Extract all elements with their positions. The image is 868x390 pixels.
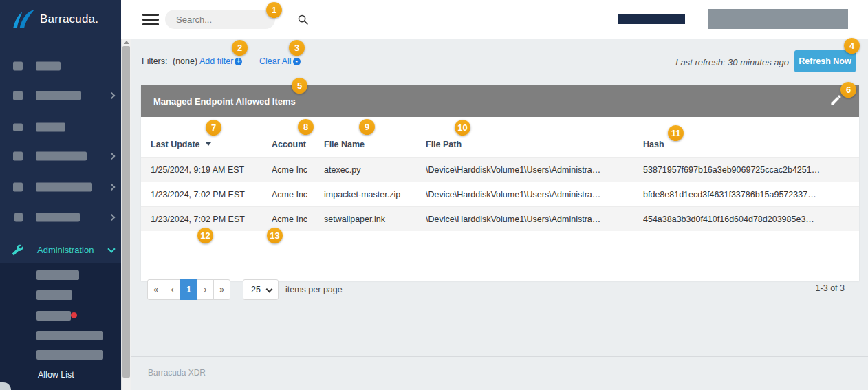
add-filter-label: Add filter [199,56,233,66]
clear-all-label: Clear All [259,56,292,66]
annotation-badge-1: 1 [266,2,282,18]
main-content: Filters: (none) Add filter + Clear All -… [131,39,868,390]
footer-divider [131,356,868,357]
clear-all-link[interactable]: Clear All - [259,56,301,66]
redacted-label [36,213,80,222]
cell-hash: 454a38a3b3d0f410f16d604d78d203985e3… [643,215,859,224]
chevron-right-icon [109,184,116,191]
cell-last-update: 1/23/2024, 7:02 PM EST [151,190,272,199]
redacted-account-menu[interactable] [708,9,848,29]
pagination-prev-button[interactable]: ‹ [164,279,181,300]
sidebar-item-redacted-1[interactable] [0,56,121,76]
column-header-file-name[interactable]: File Name [324,140,426,149]
sidebar-item-redacted-5[interactable] [0,177,121,197]
sidebar: Barracuda. [0,0,121,390]
pagination-page-1-button[interactable]: 1 [180,279,197,300]
pagination-next-button[interactable]: › [197,279,214,300]
app-window: Barracuda. [0,0,868,390]
cell-hash: 53871957f697b16a3eb9069725ccac2b4251… [643,165,859,175]
sidebar-item-redacted-4[interactable] [0,147,121,166]
redacted-icon [13,124,23,131]
cell-file-name: impacket-master.zip [324,190,426,199]
annotation-badge-13: 13 [267,228,283,243]
annotation-badge-6: 6 [840,82,856,98]
annotation-badge-7: 7 [206,120,221,136]
annotation-badge-11: 11 [668,125,684,141]
annotation-badge-5: 5 [292,78,307,94]
logo-text: Barracuda. [40,12,98,26]
pencil-icon [829,94,843,107]
cell-last-update: 1/23/2024, 7:02 PM EST [151,215,272,224]
sidebar-item-administration[interactable]: Administration [0,238,121,261]
menu-icon[interactable] [142,14,159,25]
sidebar-item-redacted-6[interactable] [0,208,121,227]
redacted-icon [13,62,23,71]
submenu-item-redacted-2[interactable] [36,290,72,300]
sidebar-item-redacted-3[interactable] [0,118,121,137]
annotation-badge-8: 8 [298,119,314,135]
scrollbar-thumb[interactable] [122,46,130,378]
table-row[interactable]: 1/25/2024, 9:19 AM EST Acme Inc atexec.p… [141,157,859,182]
search-button[interactable] [297,14,315,25]
sidebar-item-redacted-2[interactable] [0,86,121,105]
submenu-item-redacted-4[interactable] [36,331,103,340]
redacted-label [36,152,87,161]
cell-file-name: setwallpaper.lnk [324,215,426,224]
column-header-account[interactable]: Account [272,140,324,149]
annotation-badge-4: 4 [844,38,860,54]
edit-panel-button[interactable] [827,93,844,109]
submenu-item-redacted-1[interactable] [36,270,79,280]
content-scrollbar[interactable] [121,39,131,390]
table-row[interactable]: 1/23/2024, 7:02 PM EST Acme Inc impacket… [141,182,859,206]
wrench-icon [12,244,23,256]
add-filter-link[interactable]: Add filter + [199,56,242,66]
redacted-icon [13,91,23,100]
chevron-right-icon [109,92,116,99]
panel-title: Managed Endpoint Allowed Items [153,96,296,107]
barracuda-logo-icon [12,10,36,29]
refresh-now-button[interactable]: Refresh Now [794,50,856,72]
chevron-down-icon [266,286,273,293]
redacted-label [36,183,92,192]
annotation-badge-10: 10 [455,120,470,136]
table-header-row: Last Update Account File Name File Path … [141,131,859,157]
result-range-label: 1-3 of 3 [816,283,845,293]
cell-account: Acme Inc [272,215,324,224]
pagination-first-button[interactable]: « [147,279,164,300]
cell-file-path: \Device\HarddiskVolume1\Users\Administra… [426,190,643,199]
items-per-page-select[interactable]: 25 [243,279,279,300]
pagination-last-button[interactable]: » [213,279,230,300]
chevron-right-icon [109,153,116,160]
topbar [121,0,868,39]
footer-app-name: Barracuda XDR [148,368,206,378]
annotation-badge-2: 2 [232,40,248,56]
annotation-badge-9: 9 [359,119,375,135]
submenu-item-redacted-5[interactable] [36,350,103,360]
cell-file-path: \Device\HarddiskVolume1\Users\Administra… [426,165,643,175]
annotation-badge-3: 3 [289,40,305,56]
chevron-down-icon [107,245,115,252]
redacted-icon [14,213,23,222]
last-refresh-text: Last refresh: 30 minutes ago [675,57,789,67]
search-icon [297,14,309,25]
scrollbar-up-arrow-icon[interactable] [124,41,129,44]
allowed-items-panel: Managed Endpoint Allowed Items Last Upda… [141,85,859,281]
administration-label: Administration [37,245,94,255]
notification-dot [71,312,77,318]
column-header-file-path[interactable]: File Path [426,140,643,149]
add-circle-icon: + [235,58,242,65]
sidebar-item-allow-list[interactable]: Allow List [38,370,74,380]
annotation-badge-12: 12 [197,228,213,243]
cell-file-path: \Device\HarddiskVolume1\Users\Administra… [426,215,643,224]
items-per-page-value: 25 [251,285,261,294]
redacted-icon [13,183,23,192]
table-row[interactable]: 1/23/2024, 7:02 PM EST Acme Inc setwallp… [141,206,859,231]
submenu-item-redacted-3[interactable] [36,311,71,321]
column-header-last-update[interactable]: Last Update [151,140,272,149]
sort-desc-icon [206,142,211,146]
chevron-right-icon [109,214,116,221]
barracuda-logo: Barracuda. [0,0,121,39]
pagination: « ‹ 1 › » [147,279,230,300]
cell-hash: bfde8e81d1ecd3f4631f33786b15a9572337… [643,190,859,199]
panel-header: Managed Endpoint Allowed Items [141,85,859,117]
